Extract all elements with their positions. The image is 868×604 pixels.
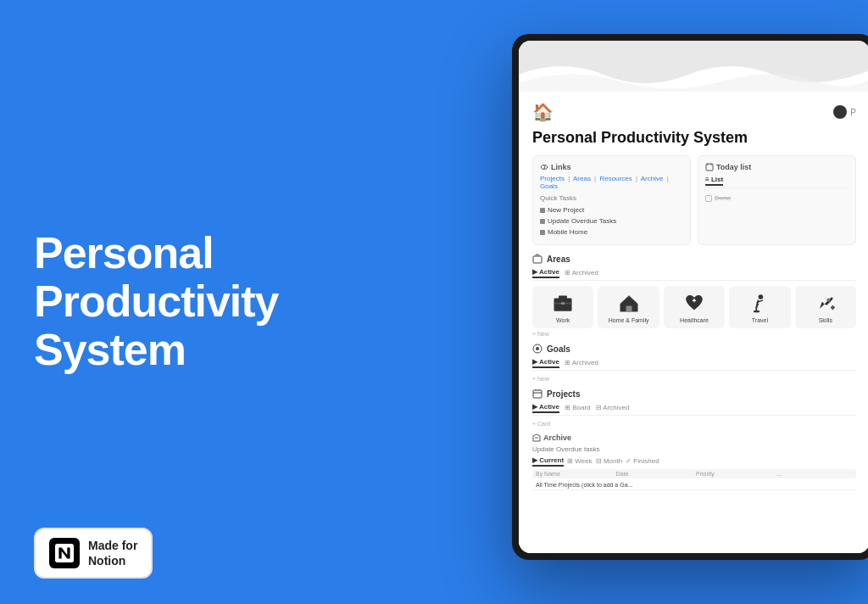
goals-tabs[interactable]: ▶ Active ⊞ Archived — [532, 357, 856, 371]
goals-section: Goals ▶ Active ⊞ Archived + New — [532, 344, 856, 382]
links-label: Links — [540, 163, 683, 171]
archive-section: Archive Update Overdue tasks ▶ Current ⊞… — [532, 433, 856, 490]
checkbox-done[interactable] — [705, 195, 712, 202]
svg-rect-13 — [533, 390, 542, 398]
area-card-health[interactable]: Healthcare — [664, 286, 725, 328]
area-name-health: Healthcare — [680, 317, 709, 323]
page-header: 🏠 P — [532, 102, 856, 122]
svg-point-12 — [536, 347, 539, 350]
left-content: Personal Productivity System — [34, 229, 398, 375]
new-project-link[interactable]: New Project — [540, 204, 683, 215]
notion-badge[interactable]: Made for Notion — [34, 528, 153, 579]
tab-areas-archived[interactable]: ⊞ Archived — [565, 267, 598, 278]
area-name-skills: Skills — [819, 317, 832, 323]
notion-logo-icon — [49, 538, 80, 568]
archive-label: Archive — [532, 433, 856, 442]
projects-title: Projects — [547, 389, 580, 399]
mobile-home-link[interactable]: Mobile Home — [540, 226, 683, 238]
col-more: … — [776, 471, 854, 477]
goals-title: Goals — [547, 344, 570, 354]
goals-icon — [532, 344, 542, 354]
device-screen: 🏠 P Personal Productivity System Links — [519, 41, 868, 553]
links-nav[interactable]: Projects | Areas | Resources | Archive |… — [540, 175, 683, 190]
goals-header: Goals — [532, 344, 856, 354]
area-card-travel[interactable]: Travel — [729, 286, 790, 328]
svg-point-8 — [759, 294, 764, 299]
area-card-home[interactable]: Home & Family — [598, 286, 659, 328]
user-avatar: P — [833, 105, 856, 119]
tab-month[interactable]: ⊟ Month — [596, 456, 622, 467]
svg-point-10 — [826, 298, 830, 301]
today-tabs[interactable]: ≡ List — [705, 175, 849, 188]
projects-icon — [532, 389, 542, 399]
svg-rect-6 — [561, 302, 565, 305]
quick-tasks-label: Quick Tasks — [540, 194, 683, 202]
svg-rect-2 — [533, 256, 542, 263]
svg-rect-7 — [626, 306, 632, 312]
avatar-dot — [833, 105, 847, 119]
areas-title: Areas — [547, 254, 570, 264]
table-row: All Time Projects (click to add a Ga... — [532, 480, 856, 490]
area-name-home: Home & Family — [609, 317, 649, 323]
areas-section: Areas ▶ Active ⊞ Archived — [532, 254, 856, 337]
two-column-section: Links Projects | Areas | Resources | Arc… — [532, 155, 856, 245]
links-section: Links Projects | Areas | Resources | Arc… — [532, 155, 691, 245]
area-card-work[interactable]: Work — [532, 286, 593, 328]
area-card-skills[interactable]: Skills — [795, 286, 856, 328]
archive-sub: Update Overdue tasks — [532, 445, 856, 453]
tab-goals-archived[interactable]: ⊞ Archived — [565, 357, 598, 368]
tab-current[interactable]: ▶ Current — [532, 456, 564, 467]
areas-add-new[interactable]: + New — [532, 331, 856, 337]
update-overdue-link[interactable]: Update Overdue Tasks — [540, 215, 683, 226]
main-title: Personal Productivity System — [34, 229, 398, 375]
filter-row[interactable]: ▶ Current ⊞ Week ⊟ Month ✓ Finished — [532, 456, 856, 467]
svg-rect-4 — [559, 296, 567, 299]
svg-rect-1 — [706, 164, 713, 171]
page-title: Personal Productivity System — [532, 129, 856, 147]
tab-projects-active[interactable]: ▶ Active — [532, 402, 559, 413]
device-frame: 🏠 P Personal Productivity System Links — [512, 34, 868, 560]
wavy-decoration — [519, 41, 868, 92]
page-content[interactable]: 🏠 P Personal Productivity System Links — [519, 92, 868, 553]
areas-tabs[interactable]: ▶ Active ⊞ Archived — [532, 267, 856, 281]
today-section: Today list ≡ List Done — [698, 155, 856, 245]
projects-section: Projects ▶ Active ⊞ Board ⊟ Archived + C… — [532, 389, 856, 427]
col-name: By Name — [536, 471, 613, 477]
tab-goals-active[interactable]: ▶ Active — [532, 357, 559, 368]
tab-week[interactable]: ⊞ Week — [567, 456, 593, 467]
projects-tabs[interactable]: ▶ Active ⊞ Board ⊟ Archived — [532, 402, 856, 416]
tab-finished[interactable]: ✓ Finished — [626, 456, 659, 467]
area-name-travel: Travel — [752, 317, 768, 323]
col-date: Date — [616, 471, 693, 477]
area-name-work: Work — [556, 317, 570, 323]
tab-areas-active[interactable]: ▶ Active — [532, 267, 559, 278]
svg-rect-9 — [754, 310, 760, 312]
today-label: Today list — [705, 163, 849, 171]
tab-projects-board[interactable]: ⊞ Board — [565, 402, 591, 413]
tab-list[interactable]: ≡ List — [705, 175, 723, 186]
projects-add-new[interactable]: + Card — [532, 421, 856, 427]
notion-badge-text: Made for Notion — [88, 538, 137, 568]
areas-header: Areas — [532, 254, 856, 264]
today-item-done: Done — [705, 193, 849, 203]
areas-gallery: Work Home & Family — [532, 286, 856, 328]
row-name: All Time Projects (click to add a Ga... — [536, 482, 853, 488]
page-home-icon: 🏠 — [532, 102, 554, 122]
goals-add-new[interactable]: + New — [532, 376, 856, 382]
areas-icon — [532, 254, 542, 264]
col-priority: Priority — [696, 471, 773, 477]
table-header: By Name Date Priority … — [532, 469, 856, 478]
tab-projects-archived[interactable]: ⊟ Archived — [596, 402, 630, 413]
projects-header: Projects — [532, 389, 856, 399]
